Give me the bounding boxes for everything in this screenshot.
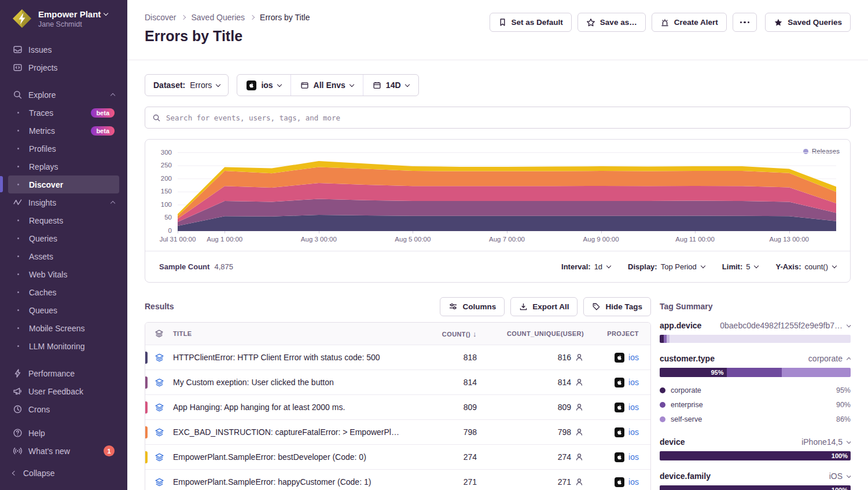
x-tick-label: Aug 3 00:00 — [301, 236, 337, 243]
star-filled-icon — [774, 18, 783, 27]
sidebar-item-llm-monitoring[interactable]: LLM Monitoring — [8, 337, 119, 355]
sidebar-item-web-vitals[interactable]: Web Vitals — [8, 265, 119, 283]
sidebar-item-profiles[interactable]: Profiles — [8, 140, 119, 158]
error-title-link[interactable]: My Custom exeption: User clicked the but… — [173, 378, 407, 387]
error-title-link[interactable]: HTTPClientError: HTTP Client Error with … — [173, 353, 407, 362]
saved-queries-button[interactable]: Saved Queries — [765, 13, 851, 32]
chevron-down-icon — [104, 10, 108, 15]
sidebar-item-crons[interactable]: Crons — [8, 400, 119, 418]
set-as-default-button[interactable]: Set as Default — [490, 13, 572, 32]
error-title-link[interactable]: EmpowerPlant.SampleError: happyCustomer … — [173, 477, 407, 487]
environment-filter[interactable]: All Envs — [290, 75, 363, 96]
tag-top-value[interactable]: corporate — [808, 354, 851, 363]
stacked-area-chart[interactable]: Releases 050100150200250300 Jul 31 00:00… — [145, 140, 850, 251]
sidebar-item-replays[interactable]: Replays — [8, 158, 119, 175]
tag-name: app.device — [660, 321, 701, 330]
error-title-link[interactable]: EXC_BAD_INSTRUCTION: captureFatalError: … — [173, 427, 407, 437]
col-title[interactable]: TITLE — [173, 330, 407, 337]
project-cell[interactable]: ios — [584, 427, 650, 437]
event-stack-icon[interactable] — [145, 477, 173, 487]
sidebar-item-projects[interactable]: Projects — [8, 58, 119, 76]
search-bar — [145, 107, 851, 129]
error-title-link[interactable]: EmpowerPlant.SampleError: bestDeveloper … — [173, 452, 407, 462]
breadcrumb-item-discover[interactable]: Discover — [145, 13, 176, 22]
legend-percent: 95% — [836, 386, 851, 394]
columns-button[interactable]: Columns — [440, 297, 505, 316]
sidebar-item-user-feedback[interactable]: User Feedback — [8, 382, 119, 400]
event-stack-icon[interactable] — [145, 452, 173, 462]
sidebar-item-queues[interactable]: Queues — [8, 301, 119, 319]
limit-select[interactable]: Limit: 5 — [722, 262, 759, 271]
chevron-down-icon — [847, 473, 851, 477]
sidebar-item-what-s-new[interactable]: What's new1 — [8, 442, 119, 460]
hide-tags-button[interactable]: Hide Tags — [583, 297, 651, 316]
export-all-button[interactable]: Export All — [510, 297, 578, 316]
project-filter[interactable]: ios — [237, 75, 290, 96]
sidebar-item-help[interactable]: Help — [8, 424, 119, 442]
chevron-down-icon — [701, 264, 705, 268]
legend-percent: 86% — [836, 415, 851, 423]
sidebar-item-metrics[interactable]: Metricsbeta — [8, 122, 119, 140]
tag-top-value[interactable]: 0baebc0de4982f1255f2e9e9fb7… — [720, 321, 851, 330]
col-project[interactable]: PROJECT — [584, 330, 650, 337]
sidebar-item-issues[interactable]: Issues — [8, 41, 119, 58]
create-alert-button[interactable]: Create Alert — [652, 13, 727, 32]
breadcrumb-separator-icon — [181, 15, 186, 20]
tag-legend-row[interactable]: self-serve86% — [660, 412, 851, 426]
event-stack-icon[interactable] — [145, 427, 173, 437]
org-switcher[interactable]: Empower Plant Jane Schmidt — [12, 8, 119, 29]
sidebar-item-discover[interactable]: Discover — [8, 175, 119, 193]
results-section: Results Columns Export All — [145, 297, 651, 490]
date-range-filter[interactable]: 14D — [363, 75, 418, 96]
save-as-button[interactable]: Save as… — [578, 13, 646, 32]
x-tick-label: Aug 5 00:00 — [395, 236, 431, 243]
sidebar-item-performance[interactable]: Performance — [8, 364, 119, 382]
sidebar-item-traces[interactable]: Tracesbeta — [8, 104, 119, 122]
tag-top-value[interactable]: iPhone14,5 — [801, 437, 851, 447]
breadcrumb-item-saved-queries[interactable]: Saved Queries — [191, 13, 245, 22]
project-cell[interactable]: ios — [584, 353, 650, 363]
tag-distribution-bar[interactable]: 100% — [660, 451, 851, 460]
project-cell[interactable]: ios — [584, 452, 650, 462]
chevron-down-icon — [754, 264, 759, 268]
tag-distribution-bar[interactable] — [660, 335, 851, 343]
bullet-icon — [13, 255, 23, 257]
dataset-filter[interactable]: Dataset: Errors — [145, 74, 229, 96]
count-value: 818 — [407, 353, 477, 362]
event-stack-icon[interactable] — [145, 378, 173, 387]
interval-select[interactable]: Interval: 1d — [561, 262, 610, 271]
org-user: Jane Schmidt — [38, 20, 108, 28]
x-tick-label: Jul 31 00:00 — [160, 236, 196, 243]
bullet-icon — [13, 220, 23, 221]
sidebar-collapse-button[interactable]: Collapse — [8, 464, 119, 482]
project-cell[interactable]: ios — [584, 477, 650, 487]
sidebar-item-requests[interactable]: Requests — [8, 211, 119, 229]
more-options-button[interactable] — [733, 13, 757, 32]
tag-distribution-bar[interactable]: 95% — [660, 368, 851, 377]
display-select[interactable]: Display: Top Period — [628, 262, 705, 271]
sidebar-item-queries[interactable]: Queries — [8, 229, 119, 247]
project-cell[interactable]: ios — [584, 378, 650, 387]
project-cell[interactable]: ios — [584, 403, 650, 412]
yaxis-select[interactable]: Y-Axis: count() — [775, 262, 836, 271]
col-count-unique[interactable]: COUNT_UNIQUE(USER) — [477, 330, 584, 337]
chevron-up-icon — [111, 92, 115, 97]
event-stack-icon[interactable] — [145, 353, 173, 363]
sidebar-item-mobile-screens[interactable]: Mobile Screens — [8, 319, 119, 337]
y-tick-label: 300 — [161, 149, 172, 156]
tag-top-value[interactable]: iOS — [829, 471, 851, 481]
search-input[interactable] — [166, 114, 843, 122]
tag-distribution-bar[interactable]: 100% — [660, 485, 851, 490]
sidebar-item-assets[interactable]: Assets — [8, 247, 119, 265]
sidebar-item-insights[interactable]: Insights — [8, 193, 119, 211]
tag-legend-row[interactable]: enterprise90% — [660, 397, 851, 412]
error-title-link[interactable]: App Hanging: App hanging for at least 20… — [173, 403, 407, 412]
search-icon — [13, 90, 23, 100]
col-count[interactable]: COUNT()↓ — [407, 330, 477, 338]
sidebar-item-caches[interactable]: Caches — [8, 283, 119, 301]
sidebar-item-explore[interactable]: Explore — [8, 86, 119, 104]
apple-icon — [615, 378, 624, 387]
tag-legend-row[interactable]: corporate95% — [660, 383, 851, 397]
project-link: ios — [628, 353, 639, 362]
event-stack-icon[interactable] — [145, 403, 173, 412]
